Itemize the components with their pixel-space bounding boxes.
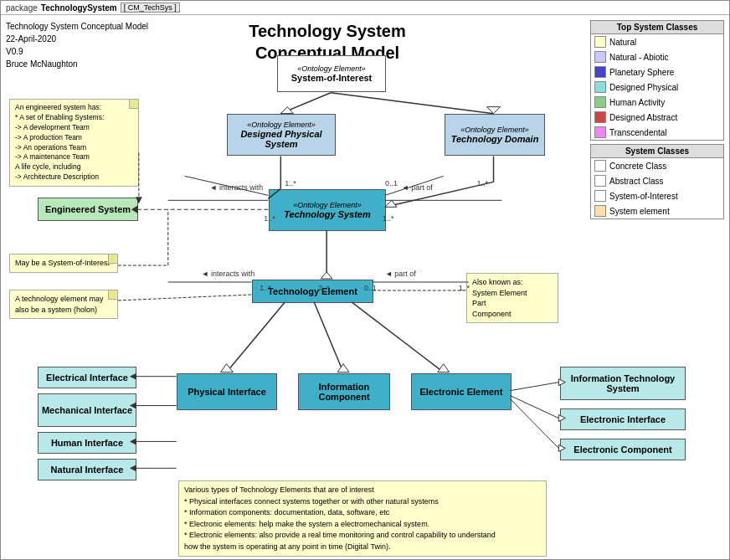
legend-color-designed-physical bbox=[594, 81, 606, 93]
package-label: package bbox=[6, 3, 38, 13]
legend-item-transcendental: Transcendental bbox=[591, 125, 723, 140]
legend-color-system-element bbox=[594, 205, 606, 217]
legend-color-natural-abiotic bbox=[594, 51, 606, 63]
legend-label-planetary-sphere: Planetary Sphere bbox=[609, 68, 674, 77]
svg-line-7 bbox=[385, 182, 494, 207]
svg-line-2 bbox=[331, 93, 493, 114]
legend-label-system-element: System element bbox=[609, 207, 670, 216]
soi-stereotype: «Ontology Element» bbox=[297, 64, 366, 73]
legend-label-soi: System-of-Interest bbox=[609, 192, 678, 201]
legend-item-abstract: Abstract Class bbox=[591, 173, 723, 188]
ic-name: Information Component bbox=[299, 382, 389, 402]
td-stereotype: «Ontology Element» bbox=[460, 126, 529, 134]
legend-color-designed-abstract bbox=[594, 111, 606, 123]
meta-info: Technology System Conceptual Model 22-Ap… bbox=[6, 20, 148, 70]
svg-line-22 bbox=[118, 295, 252, 301]
its-name: Information Technology System bbox=[561, 373, 685, 393]
box-natural-interface: Natural Interface bbox=[38, 459, 136, 480]
meta-line2: 22-April-2020 bbox=[6, 33, 148, 45]
box-physical-interface: Physical Interface bbox=[177, 373, 277, 410]
legend-item-designed-physical: Designed Physical bbox=[591, 80, 723, 95]
box-mechanical-interface: Mechanical Interface bbox=[38, 393, 136, 427]
legend-top-title: Top System Classes bbox=[591, 21, 723, 34]
box-system-of-interest: «Ontology Element» System-of-Interest bbox=[277, 55, 386, 92]
ni-name: Natural Interface bbox=[51, 465, 124, 475]
box-information-technology-system: Information Technology System bbox=[560, 367, 686, 400]
box-human-interface: Human Interface bbox=[38, 432, 136, 454]
svg-line-39 bbox=[510, 396, 558, 419]
elint-name: Electronic Interface bbox=[580, 414, 666, 424]
mi-name: Mechanical Interface bbox=[42, 405, 132, 415]
note-bottom: Various types of Technology Elements tha… bbox=[178, 480, 547, 557]
meta-line1: Technology System Conceptual Model bbox=[6, 20, 148, 33]
note-tech-element: A technology element may also be a syste… bbox=[9, 290, 118, 319]
note-may-soi: May be a System-of-Interest bbox=[9, 254, 118, 273]
box-technology-system: «Ontology Element» Technology System bbox=[269, 189, 386, 231]
box-electronic-component: Electronic Component bbox=[560, 439, 686, 460]
legend-label-natural: Natural bbox=[609, 38, 636, 47]
legend-color-transcendental bbox=[594, 126, 606, 138]
note-engineered-system: An engineered system has:* A set of Enab… bbox=[9, 99, 139, 187]
svg-text:◄ part of: ◄ part of bbox=[385, 270, 416, 278]
legend-item-human-activity: Human Activity bbox=[591, 95, 723, 110]
legend-item-planetary-sphere: Planetary Sphere bbox=[591, 64, 723, 80]
te-name: Technology Element bbox=[268, 286, 357, 296]
note-also-known: Also known as:System ElementPartComponen… bbox=[466, 273, 558, 323]
ts-name: Technology System bbox=[284, 209, 371, 219]
ei-name: Electrical Interface bbox=[46, 372, 128, 383]
legend-top-system-classes: Top System Classes Natural Natural - Abi… bbox=[590, 20, 724, 141]
legend-color-planetary-sphere bbox=[594, 66, 606, 78]
box-electronic-element: Electronic Element bbox=[411, 373, 512, 410]
package-icon: [ CM_TechSys ] bbox=[121, 3, 180, 13]
legend-color-natural bbox=[594, 36, 606, 48]
svg-marker-8 bbox=[385, 200, 397, 207]
legend-item-concrete: Concrete Class bbox=[591, 158, 723, 173]
box-electrical-interface: Electrical Interface bbox=[38, 367, 136, 388]
svg-line-10 bbox=[385, 176, 444, 195]
note-bottom-text: Various types of Technology Elements tha… bbox=[184, 486, 496, 551]
ts-stereotype: «Ontology Element» bbox=[293, 201, 362, 209]
box-technology-element: Technology Element bbox=[252, 280, 373, 303]
legend-label-natural-abiotic: Natural - Abiotic bbox=[609, 53, 669, 62]
content-area: Technology System Conceptual Model 22-Ap… bbox=[1, 15, 729, 557]
svg-line-27 bbox=[352, 302, 444, 372]
ee-name: Electronic Element bbox=[419, 387, 502, 397]
svg-text:◄ interacts with: ◄ interacts with bbox=[202, 270, 255, 278]
legend-label-transcendental: Transcendental bbox=[609, 128, 667, 137]
pi-name: Physical Interface bbox=[188, 387, 266, 397]
svg-marker-26 bbox=[337, 364, 349, 372]
svg-line-25 bbox=[314, 302, 343, 372]
legend-color-soi bbox=[594, 190, 606, 202]
dps-stereotype: «Ontology Element» bbox=[247, 121, 316, 129]
note-maysoi-text: May be a System-of-Interest bbox=[15, 259, 110, 267]
soi-name: System-of-Interest bbox=[291, 73, 373, 83]
svg-text:◄ part of: ◄ part of bbox=[402, 183, 433, 192]
svg-line-37 bbox=[510, 383, 558, 391]
legend-item-soi: System-of-Interest bbox=[591, 188, 723, 203]
es-name: Engineered System bbox=[45, 204, 131, 214]
svg-line-9 bbox=[185, 176, 269, 195]
svg-text:0..1: 0..1 bbox=[385, 179, 398, 188]
legend-label-human-activity: Human Activity bbox=[609, 98, 665, 107]
hi-name: Human Interface bbox=[51, 438, 123, 448]
svg-marker-1 bbox=[280, 107, 293, 114]
svg-text:◄ interacts with: ◄ interacts with bbox=[210, 183, 264, 192]
box-electronic-interface: Electronic Interface bbox=[560, 408, 686, 430]
svg-line-41 bbox=[510, 399, 558, 449]
legend-label-concrete: Concrete Class bbox=[609, 162, 666, 171]
svg-text:1..*: 1..* bbox=[285, 179, 296, 188]
legend-color-abstract bbox=[594, 175, 606, 187]
package-name: TechnologySystem bbox=[41, 3, 117, 13]
package-header: package TechnologySystem [ CM_TechSys ] bbox=[1, 1, 729, 15]
box-engineered-system: Engineered System bbox=[38, 198, 138, 221]
svg-text:1..*: 1..* bbox=[477, 179, 489, 188]
box-technology-domain: «Ontology Element» Technology Domain bbox=[445, 114, 545, 156]
main-container: package TechnologySystem [ CM_TechSys ] … bbox=[0, 0, 730, 560]
dps-name: Designed Physical System bbox=[228, 129, 335, 149]
td-name: Technology Domain bbox=[451, 134, 539, 144]
legend-item-designed-abstract: Designed Abstract bbox=[591, 110, 723, 125]
box-designed-physical-system: «Ontology Element» Designed Physical Sys… bbox=[227, 114, 336, 156]
legend-label-designed-abstract: Designed Abstract bbox=[609, 113, 677, 122]
legend-container: Top System Classes Natural Natural - Abi… bbox=[590, 20, 724, 223]
svg-marker-3 bbox=[487, 107, 501, 114]
